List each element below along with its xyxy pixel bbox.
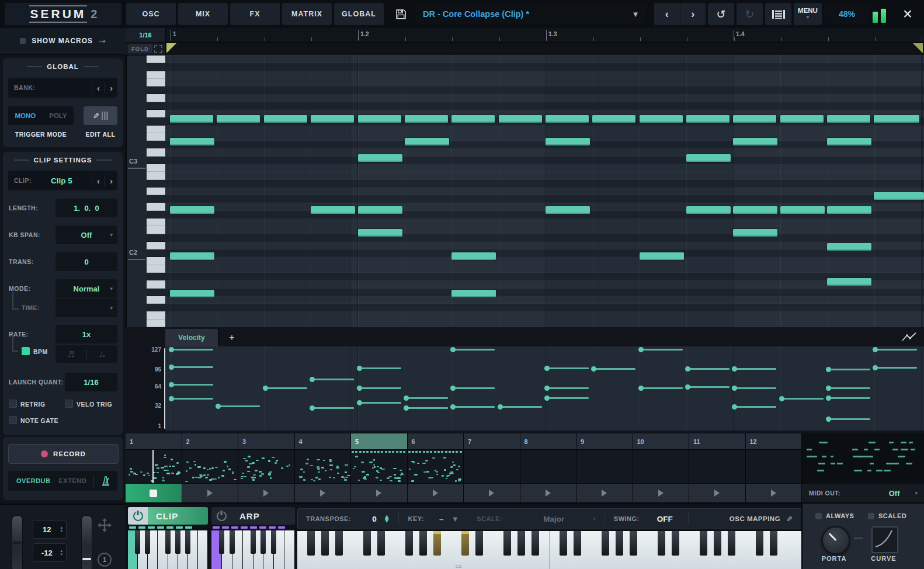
velocity-point[interactable] [732,366,737,372]
metronome-icon[interactable] [100,475,112,487]
slot-play-button[interactable] [238,484,294,502]
midi-note[interactable] [686,154,731,162]
black-key[interactable] [147,63,165,71]
extend-option[interactable]: EXTEND [59,477,93,484]
velocity-point[interactable] [169,347,174,352]
midi-note[interactable] [311,206,355,214]
velocity-point[interactable] [591,366,596,372]
highlighted-black-key[interactable] [433,531,441,556]
dotted-note-button[interactable]: ♩. [87,350,118,359]
white-key[interactable] [147,296,165,304]
velocity-bar[interactable] [359,402,401,404]
master-volume-display[interactable]: 48% [824,5,870,23]
black-key[interactable] [147,289,165,296]
midi-note[interactable] [358,206,402,214]
velocity-point[interactable] [873,347,878,352]
velocity-point[interactable] [498,404,503,410]
velocity-bar[interactable] [875,349,917,351]
velocity-bar[interactable] [312,407,354,409]
velocity-bar[interactable] [453,387,495,389]
triplet-note-button[interactable]: ♬ [55,350,86,359]
tab-matrix[interactable]: MATRIX [282,3,332,25]
slot-preview[interactable] [576,450,633,484]
black-key[interactable] [630,531,637,556]
velocity-bar[interactable] [828,387,870,389]
slot-preview[interactable] [746,450,802,484]
black-key[interactable] [658,531,665,556]
midi-out-selector[interactable]: MIDI OUT: Off ▾ [802,484,924,502]
slot-play-button[interactable] [408,484,464,502]
save-preset-button[interactable] [389,3,412,25]
black-key[interactable] [377,531,385,556]
preset-selector[interactable]: DR - Core Collapse (Clip) * ▼ [415,4,646,24]
rate-field[interactable]: 1x [55,325,117,344]
white-key[interactable] [147,280,165,288]
loop-start-marker[interactable] [166,43,176,53]
velocity-point[interactable] [404,405,409,411]
velocity-bar[interactable] [781,398,824,400]
porta-knob[interactable] [821,526,850,555]
menu-button[interactable]: MENU ▾ [794,3,822,25]
slot-play-button[interactable] [351,484,407,502]
midi-note[interactable] [170,252,214,260]
preset-dropdown-icon[interactable]: ▼ [633,11,638,18]
velo-trig-checkbox[interactable] [65,400,73,408]
white-key[interactable] [147,79,165,86]
undo-button[interactable]: ↺ [708,3,734,25]
black-key[interactable] [147,304,165,311]
black-key[interactable] [175,530,180,554]
black-key[interactable] [728,531,735,556]
midi-note[interactable] [546,115,589,123]
velocity-point[interactable] [310,377,315,382]
slot-play-button[interactable] [633,484,689,502]
midi-note[interactable] [358,229,402,237]
velocity-point[interactable] [638,347,644,352]
clip-next-button[interactable]: › [105,176,117,186]
slot-header[interactable]: 7 [464,433,520,450]
stepper-arrows-icon[interactable]: ▴▾ [60,549,62,556]
midi-note[interactable] [640,252,684,260]
midi-note[interactable] [874,115,919,123]
velocity-point[interactable] [685,366,690,372]
midi-note[interactable] [874,192,924,200]
velocity-bar[interactable] [828,397,870,399]
tab-global[interactable]: GLOBAL [334,3,384,25]
mono-option[interactable]: MONO [15,112,36,119]
pitch-range-down-stepper[interactable]: -12 ▴▾ [33,543,67,562]
velocity-point[interactable] [826,386,831,391]
velocity-bar[interactable] [734,387,776,389]
velocity-point[interactable] [779,396,784,401]
black-key[interactable] [532,531,539,556]
velocity-bar[interactable] [265,387,307,389]
midi-note[interactable] [640,115,683,123]
velocity-bar[interactable] [171,398,213,400]
white-key[interactable] [147,172,165,179]
clip-prev-button[interactable]: ‹ [92,176,105,186]
midi-note[interactable] [592,115,635,123]
velocity-point[interactable] [732,404,737,410]
performance-keyboard[interactable]: C3 [297,530,801,569]
black-key[interactable] [165,530,171,554]
retrig-checkbox[interactable] [9,400,17,408]
next-preset-button[interactable]: › [680,3,706,25]
slot-play-button[interactable] [182,484,238,502]
curve-tool-icon[interactable] [902,332,917,342]
timeline-ruler[interactable]: 11.21.31.4 [166,28,924,42]
black-key[interactable] [321,531,329,556]
white-key[interactable] [147,242,165,249]
velocity-bar[interactable] [453,349,495,351]
black-key[interactable] [714,531,721,556]
slot-play-button[interactable] [746,484,802,502]
white-key[interactable] [787,531,801,569]
clip-mini-keyboard[interactable] [128,530,208,569]
slot-preview[interactable] [351,450,407,484]
always-checkbox[interactable] [815,513,822,519]
bpm-checkbox[interactable] [22,347,30,355]
curve-button[interactable] [871,526,898,553]
piano-keys-column[interactable] [147,55,165,327]
white-key[interactable] [147,126,165,133]
midi-note[interactable] [780,206,825,214]
key-dropdown-icon[interactable]: ▼ [453,516,458,522]
slot-preview[interactable] [295,450,351,484]
velocity-point[interactable] [873,365,878,370]
